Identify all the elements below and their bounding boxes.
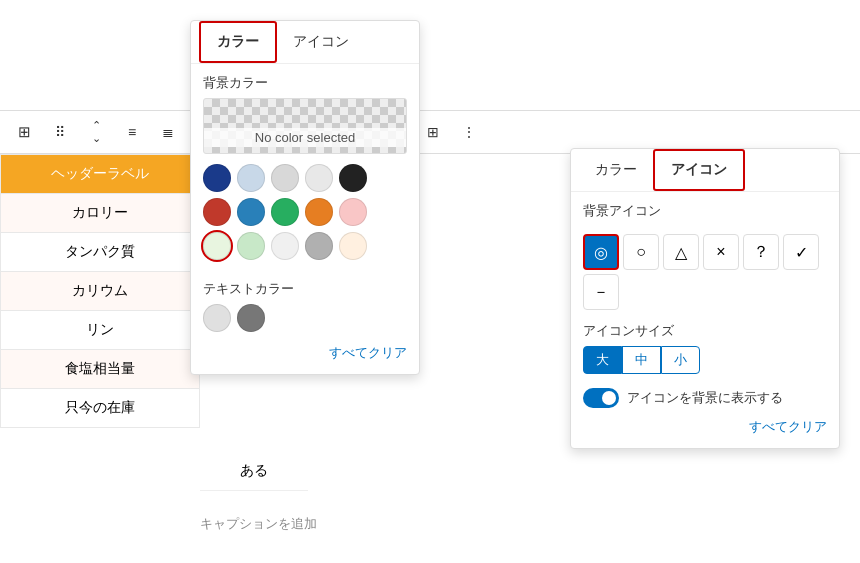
more-icon: ⋮ bbox=[462, 124, 476, 140]
table2-btn[interactable]: ⊞ bbox=[417, 116, 449, 148]
bg-swatch-2[interactable] bbox=[271, 164, 299, 192]
icon-circle[interactable]: ○ bbox=[623, 234, 659, 270]
grid-icon: ⠿ bbox=[55, 124, 65, 140]
toggle-row: アイコンを背景に表示する bbox=[571, 382, 839, 414]
table-cell-protein: タンパク質 bbox=[1, 233, 200, 272]
grid-icon-btn[interactable]: ⠿ bbox=[44, 116, 76, 148]
table-cell-calories: カロリー bbox=[1, 194, 200, 233]
align-right-btn[interactable]: ≣ bbox=[152, 116, 184, 148]
icon-size-section: アイコンサイズ 大 中 小 bbox=[571, 318, 839, 382]
up-down-icon: ⌃⌄ bbox=[92, 119, 101, 145]
text-color-label: テキストカラー bbox=[191, 270, 419, 304]
toggle-label: アイコンを背景に表示する bbox=[627, 389, 783, 407]
bg-swatch-12[interactable] bbox=[271, 232, 299, 260]
table-icon-btn[interactable]: ⊞ bbox=[8, 116, 40, 148]
icon-clear-all[interactable]: すべてクリア bbox=[571, 414, 839, 440]
size-medium-btn[interactable]: 中 bbox=[622, 346, 661, 374]
table2-icon: ⊞ bbox=[427, 124, 439, 140]
table-row: カロリー bbox=[1, 194, 200, 233]
color-panel-tabs: カラー アイコン bbox=[191, 21, 419, 64]
size-label: アイコンサイズ bbox=[583, 322, 827, 340]
table-icon: ⊞ bbox=[18, 123, 31, 141]
bg-swatch-1[interactable] bbox=[237, 164, 265, 192]
icon-triangle[interactable]: △ bbox=[663, 234, 699, 270]
table-row: カリウム bbox=[1, 272, 200, 311]
table-row: タンパク質 bbox=[1, 233, 200, 272]
icon-toggle-switch[interactable] bbox=[583, 388, 619, 408]
table-row: リン bbox=[1, 311, 200, 350]
bg-color-swatches bbox=[191, 154, 419, 270]
table-cell-salt: 食塩相当量 bbox=[1, 350, 200, 389]
table-row: 只今の在庫 bbox=[1, 389, 200, 428]
size-buttons: 大 中 小 bbox=[583, 346, 827, 374]
bg-swatch-13[interactable] bbox=[305, 232, 333, 260]
icon-panel: カラー アイコン 背景アイコン ◎ ○ △ × ？ ✓ － アイコンサイズ 大 … bbox=[570, 148, 840, 449]
bg-swatch-6[interactable] bbox=[237, 198, 265, 226]
data-table: ヘッダーラベル カロリー タンパク質 カリウム リン 食塩相当量 只今の在庫 bbox=[0, 154, 200, 428]
table-row: 食塩相当量 bbox=[1, 350, 200, 389]
icon-panel-tabs: カラー アイコン bbox=[571, 149, 839, 192]
text-swatch-light[interactable] bbox=[203, 304, 231, 332]
icon-check[interactable]: ✓ bbox=[783, 234, 819, 270]
align-left-btn[interactable]: ≡ bbox=[116, 116, 148, 148]
bg-swatch-8[interactable] bbox=[305, 198, 333, 226]
icon-tab-in-color-panel[interactable]: アイコン bbox=[277, 21, 365, 63]
move-icon-btn[interactable]: ⌃⌄ bbox=[80, 116, 112, 148]
table-cell-potassium: カリウム bbox=[1, 272, 200, 311]
table-cell-phosphorus: リン bbox=[1, 311, 200, 350]
icon-minus[interactable]: － bbox=[583, 274, 619, 310]
bg-swatch-9[interactable] bbox=[339, 198, 367, 226]
bg-color-label: 背景カラー bbox=[191, 64, 419, 98]
bg-swatch-14[interactable] bbox=[339, 232, 367, 260]
bg-icon-label: 背景アイコン bbox=[571, 192, 839, 226]
bg-swatch-10[interactable] bbox=[203, 232, 231, 260]
icon-circle-filled[interactable]: ◎ bbox=[583, 234, 619, 270]
align-left-icon: ≡ bbox=[128, 124, 136, 140]
no-color-text: No color selected bbox=[204, 128, 406, 147]
color-clear-all[interactable]: すべてクリア bbox=[191, 340, 419, 366]
color-tab[interactable]: カラー bbox=[199, 21, 277, 63]
text-color-swatches bbox=[191, 304, 419, 340]
no-color-preview: No color selected bbox=[203, 98, 407, 154]
color-panel: カラー アイコン 背景カラー No color selected テキストカラー… bbox=[190, 20, 420, 375]
bg-swatch-7[interactable] bbox=[271, 198, 299, 226]
stock-value: ある bbox=[200, 452, 308, 491]
bg-swatch-0[interactable] bbox=[203, 164, 231, 192]
bg-swatch-5[interactable] bbox=[203, 198, 231, 226]
icon-question[interactable]: ？ bbox=[743, 234, 779, 270]
bg-swatch-3[interactable] bbox=[305, 164, 333, 192]
align-right-icon: ≣ bbox=[162, 124, 174, 140]
size-large-btn[interactable]: 大 bbox=[583, 346, 622, 374]
bg-swatch-4[interactable] bbox=[339, 164, 367, 192]
icon-tab[interactable]: アイコン bbox=[653, 149, 745, 191]
table-header-row: ヘッダーラベル bbox=[1, 155, 200, 194]
bg-swatch-11[interactable] bbox=[237, 232, 265, 260]
size-small-btn[interactable]: 小 bbox=[661, 346, 700, 374]
caption-area[interactable]: キャプションを追加 bbox=[200, 515, 317, 533]
icon-cross[interactable]: × bbox=[703, 234, 739, 270]
more-btn[interactable]: ⋮ bbox=[453, 116, 485, 148]
table-cell-stock: 只今の在庫 bbox=[1, 389, 200, 428]
caption-text: キャプションを追加 bbox=[200, 516, 317, 531]
text-swatch-dark[interactable] bbox=[237, 304, 265, 332]
icon-grid: ◎ ○ △ × ？ ✓ － bbox=[571, 226, 839, 318]
table-header-cell: ヘッダーラベル bbox=[1, 155, 200, 194]
color-tab-in-icon-panel[interactable]: カラー bbox=[579, 149, 653, 191]
